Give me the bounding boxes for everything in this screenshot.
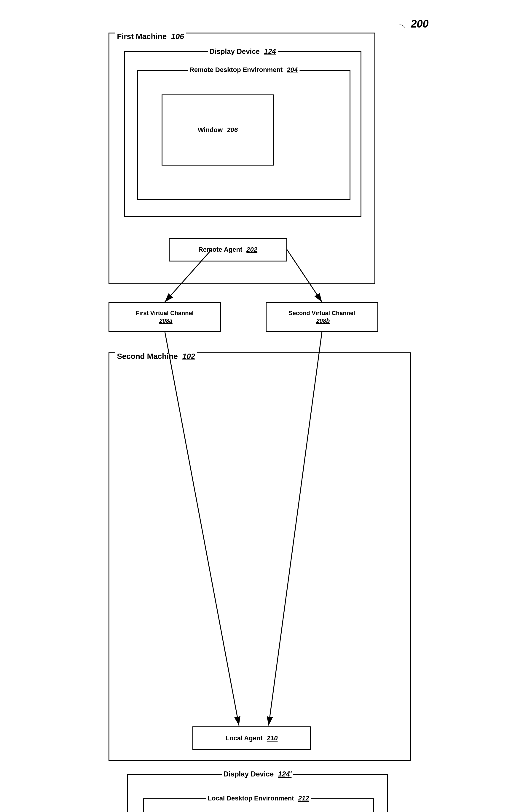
second-virtual-channel-box: Second Virtual Channel 208b [266, 302, 378, 332]
second-virtual-channel-label: Second Virtual Channel 208b [289, 309, 355, 324]
window-label: Window 206 [198, 126, 238, 134]
first-machine-box: First Machine 106 Display Device 124 Rem… [109, 32, 375, 284]
remote-agent-label: Remote Agent 202 [198, 246, 257, 253]
second-machine-label: Second Machine 102 [115, 352, 197, 361]
display-device-box-2: Display Device 124' Local Desktop Enviro… [127, 774, 388, 812]
display-device-label-2: Display Device 124' [222, 770, 294, 778]
diagram-container: 200 ⌒ First Machine 106 Display Device 1… [102, 18, 429, 788]
remote-agent-box: Remote Agent 202 [169, 238, 287, 261]
display-device-label: Display Device 124 [208, 47, 278, 56]
display-device-box: Display Device 124 Remote Desktop Enviro… [124, 51, 361, 217]
local-desktop-box: Local Desktop Environment 212 Local Wind… [143, 798, 374, 812]
remote-desktop-box: Remote Desktop Environment 204 Window 20… [137, 70, 350, 200]
first-machine-label: First Machine 106 [115, 32, 186, 41]
local-agent-label: Local Agent 210 [226, 735, 278, 742]
window-box: Window 206 [162, 95, 274, 165]
local-desktop-label: Local Desktop Environment 212 [206, 795, 311, 802]
diagram-number-arrow: ⌒ [394, 22, 407, 36]
remote-desktop-label: Remote Desktop Environment 204 [188, 66, 299, 74]
local-agent-box: Local Agent 210 [192, 726, 311, 750]
first-virtual-channel-label: First Virtual Channel 208a [136, 309, 194, 324]
first-virtual-channel-box: First Virtual Channel 208a [109, 302, 221, 332]
second-machine-box: Second Machine 102 Local Agent 210 Displ… [109, 352, 411, 761]
diagram-number: 200 [410, 18, 429, 30]
